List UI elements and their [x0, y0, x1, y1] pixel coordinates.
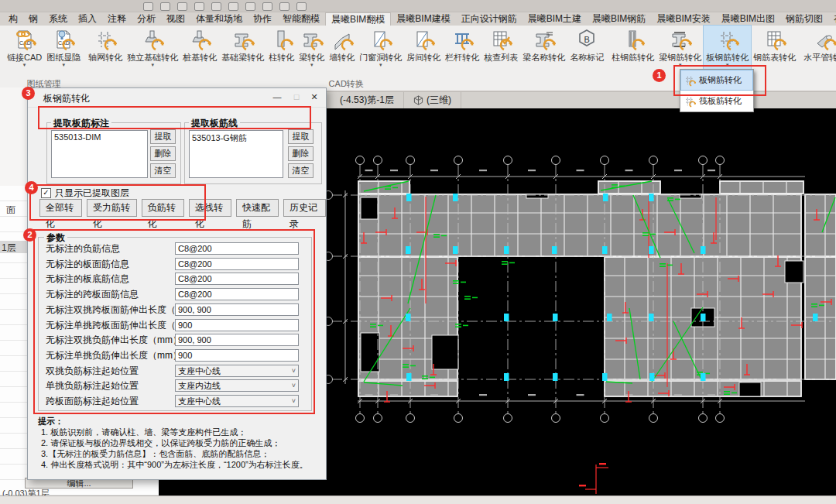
- ribbon-group-caption: [801, 78, 836, 91]
- title-bar: [0, 0, 836, 12]
- chevron-down-icon: [774, 63, 776, 67]
- menu-tab-bar: 构钢系统插入注释分析视图体量和场地协作智能翻模晨曦BIM翻模晨曦BIM建模正向设…: [0, 12, 836, 26]
- beam-icon: [231, 28, 255, 51]
- menu-tab-2[interactable]: 系统: [43, 12, 73, 26]
- button-提取[interactable]: 提取: [288, 129, 314, 144]
- menu-tab-0[interactable]: 构: [3, 12, 23, 26]
- measure-icon[interactable]: [245, 2, 255, 11]
- ribbon-button-柱转化[interactable]: 柱转化: [266, 26, 296, 78]
- pile-icon: [188, 28, 211, 51]
- ribbon-button-墙转化[interactable]: 墙转化: [327, 26, 357, 78]
- cube-icon: [413, 95, 423, 105]
- menu-tab-16[interactable]: 晨曦BIM出图: [716, 12, 780, 26]
- chevron-down-icon: [423, 63, 424, 67]
- button-提取[interactable]: 提取: [150, 129, 176, 144]
- menu-tab-1[interactable]: 钢: [23, 12, 43, 26]
- layer-item[interactable]: 535013-DIM: [54, 132, 145, 142]
- footing-icon: [141, 28, 164, 51]
- menu-tab-12[interactable]: 正向设计钢筋: [456, 12, 522, 26]
- maximize-icon[interactable]: □: [288, 91, 305, 104]
- button-清空[interactable]: 清空: [150, 163, 176, 178]
- chevron-down-icon: ▾: [379, 63, 382, 67]
- ribbon-button-图纸显隐[interactable]: CAD图纸显隐▾: [44, 26, 83, 78]
- print-icon[interactable]: [228, 2, 238, 11]
- menu-tab-18[interactable]: 在线族库: [828, 12, 836, 26]
- ribbon-button-栏杆转化[interactable]: 栏杆转化: [443, 26, 481, 78]
- ribbon-button-基础梁转化[interactable]: 基础梁转化: [219, 26, 266, 78]
- ribbon-button-房间转化[interactable]: 房间转化: [404, 26, 443, 78]
- chevron-down-icon: [281, 63, 283, 67]
- redo-icon[interactable]: [211, 2, 221, 11]
- ribbon-button-名称标记[interactable]: B名称标记: [567, 26, 606, 78]
- menu-tab-8[interactable]: 协作: [248, 12, 277, 26]
- menu-tab-10[interactable]: 晨曦BIM翻模: [325, 12, 391, 26]
- close-icon[interactable]: ✕: [306, 91, 323, 104]
- button-清空[interactable]: 清空: [288, 163, 314, 178]
- open-icon[interactable]: [143, 2, 153, 11]
- badge-4: 4: [25, 181, 38, 194]
- ribbon-button-柱钢筋转化[interactable]: 柱钢筋转化: [609, 26, 656, 78]
- menu-tab-5[interactable]: 分析: [132, 12, 161, 26]
- ribbon-button-链接CAD[interactable]: CAD链接CAD▾: [5, 26, 44, 78]
- dialog-title-bar[interactable]: 板钢筋转化 — □ ✕: [28, 88, 326, 108]
- beamname-icon: [533, 28, 556, 51]
- 3d-view-icon[interactable]: [279, 2, 290, 11]
- lines-layer-listbox[interactable]: 535013-G钢筋: [189, 130, 283, 178]
- menu-tab-9[interactable]: 智能翻模: [277, 12, 325, 26]
- chevron-down-icon: [199, 63, 200, 67]
- svg-text:B: B: [584, 35, 590, 44]
- badge-1: 1: [653, 69, 666, 82]
- undo-icon[interactable]: [194, 2, 204, 11]
- browser-item-partial[interactable]: 面: [6, 204, 15, 217]
- column-icon: [270, 28, 293, 51]
- browser-item-level[interactable]: 1层: [2, 242, 16, 255]
- sync-icon[interactable]: [177, 2, 187, 11]
- slabrebar-icon: [684, 95, 696, 108]
- colrebar-icon: [622, 28, 645, 51]
- menu-tab-14[interactable]: 晨曦BIM钢筋: [587, 12, 651, 26]
- button-删除[interactable]: 删除: [288, 146, 314, 161]
- ribbon-button-梁转化[interactable]: 梁转化▾: [296, 26, 327, 78]
- minimize-icon[interactable]: —: [269, 91, 286, 104]
- chevron-down-icon: ▾: [23, 63, 26, 67]
- menu-tab-4[interactable]: 注释: [102, 12, 132, 26]
- ribbon-button-梁名称转化[interactable]: 梁名称转化: [520, 26, 567, 78]
- view-tab-0[interactable]: (-4.53)第-1层: [331, 92, 404, 108]
- button-删除[interactable]: 删除: [150, 146, 176, 161]
- save-icon[interactable]: [160, 2, 170, 11]
- view-tab-label: (三维): [427, 94, 451, 107]
- layer-item[interactable]: 535013-G钢筋: [192, 132, 280, 144]
- ribbon-group-3: 水平管转化 立管转化: [801, 26, 836, 91]
- highlight-box-buttons: [29, 184, 206, 221]
- ribbon-button-水平管转化[interactable]: 水平管转化: [801, 26, 836, 78]
- menu-tab-3[interactable]: 插入: [73, 12, 102, 26]
- pipe-icon: [814, 28, 836, 51]
- button-快速配筋[interactable]: 快速配筋: [236, 199, 279, 217]
- slabrebar-icon: [716, 28, 739, 51]
- tip-line-2: 2. 请保证板与板的边界线相交，以保证跨板受力筋的正确生成；: [41, 437, 280, 449]
- ribbon-button-门窗洞转化[interactable]: 门窗洞转化▾: [357, 26, 404, 78]
- ribbon-button-label: 水平管转化: [803, 53, 836, 63]
- chevron-down-icon: [461, 63, 463, 67]
- level-label: (-0.03)第1层: [2, 488, 157, 495]
- menu-tab-15[interactable]: 晨曦BIM安装: [651, 12, 715, 26]
- marks-layer-listbox[interactable]: 535013-DIM: [51, 130, 148, 178]
- tag-icon[interactable]: [262, 2, 272, 11]
- chevron-down-icon: ▾: [310, 63, 314, 67]
- menu-tab-13[interactable]: 晨曦BIM土建: [522, 12, 587, 26]
- menu-tab-7[interactable]: 体量和场地: [190, 12, 248, 26]
- ribbon-group-buttons: CAD链接CAD▾CAD图纸显隐▾: [5, 26, 83, 78]
- ribbon-button-独立基础转化[interactable]: 独立基础转化▾: [125, 26, 180, 78]
- button-历史记录[interactable]: 历史记录: [283, 199, 326, 217]
- ribbon-button-桩基转化[interactable]: 桩基转化: [180, 26, 219, 78]
- chevron-down-icon: [586, 63, 588, 67]
- ribbon-button-轴网转化[interactable]: 轴网转化: [86, 26, 125, 78]
- menu-tab-6[interactable]: 视图: [161, 12, 190, 26]
- tip-line-3: 3.【无标注的板受力筋信息】：包含面筋、底筋的配筋信息；: [41, 448, 269, 460]
- dialog-title: 板钢筋转化: [43, 92, 90, 105]
- menu-tab-17[interactable]: 钢筋切图: [780, 12, 828, 26]
- menu-tab-11[interactable]: 晨曦BIM建模: [391, 12, 455, 26]
- section-icon[interactable]: [296, 2, 307, 11]
- ribbon-button-核查列表[interactable]: 核查列表: [481, 26, 520, 78]
- view-tab-1[interactable]: (三维): [404, 92, 461, 108]
